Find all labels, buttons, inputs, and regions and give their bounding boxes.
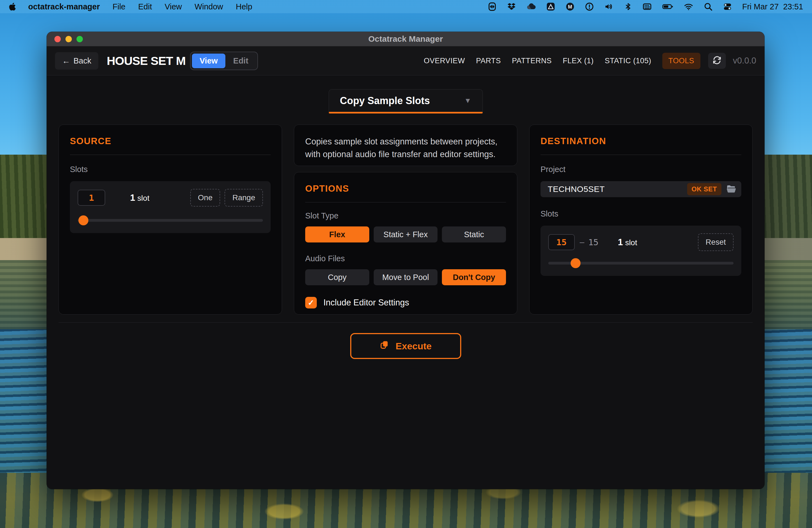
nav-flex[interactable]: FLEX (1) [563, 57, 594, 65]
source-slots-label: Slots [70, 165, 271, 174]
audio-files-label: Audio Files [305, 254, 506, 263]
toggle-view-button[interactable]: View [192, 54, 226, 68]
menu-file[interactable]: File [113, 2, 126, 11]
source-slot-input[interactable]: 1 [77, 190, 105, 206]
browse-project-button[interactable] [726, 185, 736, 194]
destination-heading: DESTINATION [540, 136, 741, 146]
slider-thumb[interactable] [570, 258, 581, 268]
options-panel: OPTIONS Slot Type Flex Static + Flex Sta… [294, 172, 517, 314]
destination-project-field[interactable]: TECHNO5SET OK SET [540, 181, 741, 197]
spotlight-icon[interactable] [704, 2, 713, 11]
source-slot-card: 1 1slot One Range [70, 181, 271, 233]
audio-dont-copy-button[interactable]: Don't Copy [442, 269, 506, 285]
slot-type-label: Slot Type [305, 211, 506, 220]
nav-overview[interactable]: OVERVIEW [424, 57, 465, 65]
apple-menu-icon[interactable] [9, 2, 17, 12]
include-editor-settings-label: Include Editor Settings [323, 298, 409, 308]
back-button[interactable]: ← Back [55, 52, 98, 70]
display-mirroring-icon[interactable] [488, 2, 497, 11]
divider [70, 155, 271, 155]
menu-window[interactable]: Window [195, 2, 223, 11]
slot-type-buttons: Flex Static + Flex Static [305, 226, 506, 243]
destination-project-label: Project [540, 165, 741, 174]
page-title: HOUSE SET M [106, 54, 185, 68]
slider-track[interactable] [77, 219, 263, 222]
app-version: v0.0.0 [733, 56, 756, 66]
input-source-icon[interactable] [642, 2, 652, 11]
nav-patterns[interactable]: PATTERNS [512, 57, 552, 65]
tool-description: Copies sample slot assignments between p… [294, 124, 517, 166]
nav-parts[interactable]: PARTS [476, 57, 501, 65]
view-edit-toggle: View Edit [190, 52, 258, 70]
control-center-icon[interactable] [723, 2, 732, 11]
source-one-button[interactable]: One [190, 189, 220, 207]
toggle-edit-button[interactable]: Edit [226, 54, 256, 68]
checkmark-icon: ✓ [308, 298, 314, 307]
back-arrow-icon: ← [62, 56, 70, 65]
audio-copy-button[interactable]: Copy [305, 269, 369, 285]
slot-type-static-button[interactable]: Static [442, 226, 506, 243]
svg-text:M: M [568, 4, 572, 10]
refresh-icon [712, 56, 722, 66]
volume-icon[interactable] [604, 2, 614, 11]
destination-count-unit: slot [625, 238, 637, 247]
destination-project-name: TECHNO5SET [548, 185, 605, 194]
close-window-button[interactable] [54, 36, 61, 42]
refresh-button[interactable] [708, 53, 726, 69]
app-header: ← Back HOUSE SET M View Edit OVERVIEW PA… [47, 46, 765, 75]
source-count-unit: slot [137, 194, 149, 202]
triangle-app-icon[interactable] [546, 2, 555, 11]
source-heading: SOURCE [70, 136, 271, 146]
tools-content: Copy Sample Slots ▼ SOURCE Slots 1 1slot… [47, 89, 765, 359]
menu-view[interactable]: View [164, 2, 182, 11]
slot-type-flex-button[interactable]: Flex [305, 226, 369, 243]
slider-thumb[interactable] [78, 216, 88, 225]
time-machine-icon[interactable] [585, 2, 594, 11]
source-panel: SOURCE Slots 1 1slot One Range [59, 124, 282, 314]
zoom-window-button[interactable] [76, 36, 83, 42]
destination-slot-input[interactable]: 15 [548, 234, 575, 250]
cloud-app-icon[interactable] [526, 2, 536, 11]
source-range-button[interactable]: Range [224, 189, 263, 207]
execute-button[interactable]: Execute [350, 333, 461, 359]
menubar-app-name[interactable]: octatrack-manager [28, 2, 100, 11]
m-app-icon[interactable]: M [565, 2, 575, 11]
audio-move-to-pool-button[interactable]: Move to Pool [374, 269, 438, 285]
dropbox-icon[interactable] [507, 2, 516, 11]
window-titlebar[interactable]: Octatrack Manager [47, 32, 765, 46]
tool-select-dropdown[interactable]: Copy Sample Slots ▼ [329, 89, 483, 114]
bluetooth-icon[interactable] [624, 2, 632, 11]
folder-icon [726, 185, 736, 194]
destination-reset-button[interactable]: Reset [698, 233, 734, 251]
destination-panel: DESTINATION Project TECHNO5SET OK SET Sl… [529, 124, 753, 314]
destination-slot-end: 15 [588, 237, 598, 247]
content-divider [59, 322, 753, 323]
menu-edit[interactable]: Edit [138, 2, 152, 11]
chevron-down-icon: ▼ [464, 97, 472, 105]
top-nav: OVERVIEW PARTS PATTERNS FLEX (1) STATIC … [424, 53, 700, 69]
include-editor-settings-row: ✓ Include Editor Settings [305, 297, 506, 308]
slot-type-static-flex-button[interactable]: Static + Flex [374, 226, 438, 243]
audio-files-buttons: Copy Move to Pool Don't Copy [305, 269, 506, 285]
tool-select-value: Copy Sample Slots [340, 95, 430, 107]
include-editor-settings-checkbox[interactable]: ✓ [305, 297, 317, 308]
battery-icon[interactable] [662, 2, 673, 11]
minimize-window-button[interactable] [66, 36, 72, 42]
source-slot-slider[interactable] [77, 216, 263, 225]
range-separator: – [580, 237, 584, 247]
menu-bar: octatrack-manager File Edit View Window … [0, 0, 812, 13]
divider [540, 155, 741, 155]
destination-slot-count: 1slot [618, 237, 637, 247]
nav-static[interactable]: STATIC (105) [605, 57, 651, 65]
project-status-badge: OK SET [687, 183, 721, 195]
octatrack-manager-window: Octatrack Manager ← Back HOUSE SET M Vie… [47, 32, 765, 489]
middle-column: Copies sample slot assignments between p… [294, 124, 517, 314]
destination-slot-card: 15 – 15 1slot Reset [540, 225, 741, 276]
menubar-clock[interactable]: Fri Mar 27 23:51 [742, 2, 803, 11]
destination-count-number: 1 [618, 237, 623, 247]
nav-tools[interactable]: TOOLS [662, 53, 700, 69]
execute-button-label: Execute [395, 341, 431, 352]
menu-help[interactable]: Help [236, 2, 252, 11]
wifi-icon[interactable] [684, 2, 694, 11]
destination-slot-slider[interactable] [548, 258, 734, 268]
